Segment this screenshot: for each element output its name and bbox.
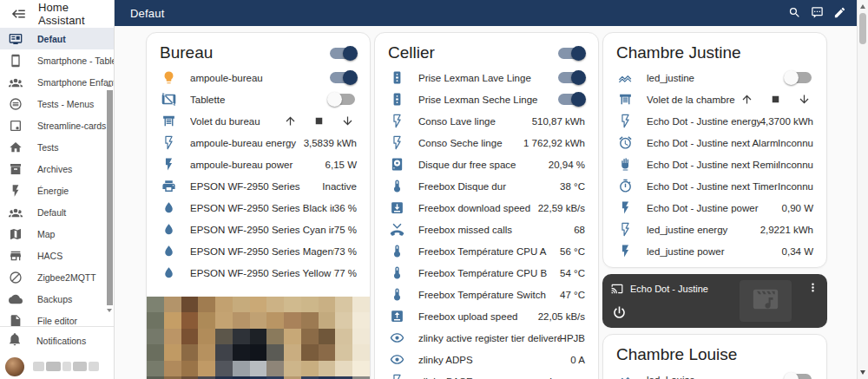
sidebar-item[interactable]: Smartphone Enfants <box>0 71 114 93</box>
entity-row[interactable]: EPSON WF-2950 Series Magenta ink 73 % <box>147 240 370 262</box>
entity-row[interactable]: EPSON WF-2950 Series Inactive <box>147 175 370 197</box>
cover-down-button[interactable] <box>794 90 813 109</box>
toggle-switch[interactable] <box>328 70 357 85</box>
profile-name-redacted <box>33 362 99 371</box>
assist-chat-icon[interactable] <box>810 6 825 21</box>
entity-row[interactable]: Echo Dot - Justine power 0,90 W <box>603 197 826 219</box>
entity-row[interactable]: Freebox Température CPU A 56 °C <box>375 240 598 262</box>
entity-state: 0,34 W <box>782 246 813 257</box>
entity-row[interactable]: ampoule-bureau energy 3,5839 kWh <box>147 132 370 154</box>
sidebar-item[interactable]: Map <box>0 223 114 245</box>
entity-row[interactable]: Freebox Disque dur 38 °C <box>375 175 598 197</box>
toggle-switch[interactable] <box>328 92 357 107</box>
entity-name: Freebox upload speed <box>418 311 538 322</box>
entity-row[interactable]: ampoule-bureau <box>147 67 370 88</box>
toggle-switch[interactable] <box>556 70 585 85</box>
entity-row[interactable]: EPSON WF-2950 Series Black ink 36 % <box>147 197 370 219</box>
sidebar-item[interactable]: Defaut <box>0 28 114 49</box>
sidebar-item[interactable]: File editor <box>0 310 114 326</box>
entity-row[interactable]: Freebox missed calls 68 <box>375 219 598 240</box>
entity-row[interactable]: Echo Dot - Justine next Alarm Inconnu <box>603 132 826 154</box>
sidebar-item[interactable]: Énergie <box>0 180 114 201</box>
scroll-down-arrow[interactable] <box>860 370 865 375</box>
file-icon <box>8 313 23 326</box>
entity-row[interactable]: Volet de la chambre de Justine <box>603 88 826 110</box>
sidebar-scrollbar[interactable] <box>107 90 113 305</box>
entity-row[interactable]: zlinky ADPS 0 A <box>375 349 598 370</box>
entity-row[interactable]: Echo Dot - Justine energy 4,3700 kWh <box>603 110 826 132</box>
dashboard-view: Bureau ampoule-bureau Tablette <box>114 26 858 379</box>
sidebar-item[interactable]: Streamline-cards <box>0 114 114 136</box>
entity-name: led_justine <box>647 73 785 83</box>
cover-down-button[interactable] <box>338 112 357 131</box>
card-toggle[interactable] <box>556 46 585 61</box>
media-player-card[interactable]: Echo Dot - Justine <box>602 274 827 328</box>
sidebar-item[interactable]: Zigbee2MQTT <box>0 266 114 288</box>
entity-row[interactable]: Tablette <box>147 88 370 110</box>
entity-row[interactable]: zlinky BASE Inconnu <box>375 370 598 379</box>
sidebar-menu-icon[interactable] <box>11 6 27 22</box>
scrollbar-thumb[interactable] <box>859 13 866 44</box>
cover-stop-button[interactable] <box>766 90 785 109</box>
entity-row[interactable]: Echo Dot - Justine next Reminder Inconnu <box>603 154 826 175</box>
flash-icon <box>616 199 634 217</box>
entity-row[interactable]: Volet du bureau <box>147 110 370 132</box>
water-icon <box>160 221 177 239</box>
entity-row[interactable]: Freebox Température CPU B 54 °C <box>375 262 598 284</box>
sidebar-item[interactable]: HACS <box>0 245 114 266</box>
entity-row[interactable]: led_justine <box>603 67 826 88</box>
entity-row[interactable]: led_justine power 0,34 W <box>603 240 826 262</box>
flash-outline-icon <box>616 221 634 239</box>
flash-outline-icon <box>388 373 405 379</box>
tablet-off-icon <box>160 91 177 108</box>
media-menu-icon[interactable] <box>805 281 820 297</box>
entity-row[interactable]: led_justine energy 2,9221 kWh <box>603 219 826 240</box>
entity-row[interactable]: Freebox Température Switch 47 °C <box>375 284 598 305</box>
sidebar-item[interactable]: Default <box>0 201 114 223</box>
camera-image[interactable] <box>147 297 370 379</box>
media-power-button[interactable] <box>610 304 628 322</box>
entity-name: led_justine power <box>647 246 782 257</box>
sidebar-scroll-up-arrow[interactable] <box>107 83 112 87</box>
cover-up-button[interactable] <box>737 90 756 109</box>
entity-row[interactable]: Conso Seche linge 1 762,92 kWh <box>375 132 598 154</box>
sidebar-scroll-down-arrow[interactable] <box>107 309 112 312</box>
sidebar-item-notifications[interactable]: Notifications <box>0 327 114 354</box>
entity-name: Echo Dot - Justine next Timer <box>647 181 778 192</box>
sidebar-profile[interactable] <box>0 354 114 379</box>
entity-row[interactable]: Prise Lexman Seche Linge <box>375 88 598 110</box>
entity-name: led_Louise <box>647 375 785 379</box>
entity-row[interactable]: ampoule-bureau power 6,15 W <box>147 154 370 175</box>
toggle-switch[interactable] <box>556 92 585 107</box>
entity-row[interactable]: led_Louise <box>603 369 826 379</box>
sidebar-item[interactable]: Tests <box>0 136 114 158</box>
edit-dashboard-icon[interactable] <box>832 6 847 21</box>
entity-row[interactable]: Disque dur free space 20,94 % <box>375 154 598 175</box>
search-icon[interactable] <box>787 6 802 21</box>
entity-name: EPSON WF-2950 Series Cyan ink <box>190 225 334 235</box>
entity-row[interactable]: Echo Dot - Justine next Timer Inconnu <box>603 175 826 197</box>
entity-row[interactable]: Conso Lave linge 510,87 kWh <box>375 110 598 132</box>
sidebar-item[interactable]: Backups <box>0 288 114 310</box>
entity-row[interactable]: EPSON WF-2950 Series Yellow ink 77 % <box>147 262 370 284</box>
alarm-icon <box>616 134 634 152</box>
tab-defaut[interactable]: Defaut <box>130 7 165 20</box>
sidebar-item[interactable]: Smartphone - Tablette <box>0 49 114 71</box>
toggle-switch[interactable] <box>785 372 813 379</box>
main-scrollbar[interactable] <box>857 0 868 379</box>
entity-row[interactable]: Freebox download speed 22,59 kB/s <box>375 197 598 219</box>
entity-row[interactable]: Prise Lexman Lave Linge <box>375 67 598 88</box>
cellphone-icon <box>8 53 23 68</box>
entity-row[interactable]: Freebox upload speed 22,05 kB/s <box>375 305 598 327</box>
entity-row[interactable]: EPSON WF-2950 Series Cyan ink 75 % <box>147 219 370 240</box>
scroll-up-arrow[interactable] <box>860 4 865 9</box>
entity-name: Echo Dot - Justine power <box>647 203 782 213</box>
power-socket-icon <box>388 69 405 87</box>
cover-stop-button[interactable] <box>309 112 328 131</box>
cover-up-button[interactable] <box>280 112 299 131</box>
card-toggle[interactable] <box>328 46 357 61</box>
sidebar-item[interactable]: Tests - Menus <box>0 93 114 114</box>
toggle-switch[interactable] <box>785 70 813 85</box>
sidebar-item[interactable]: Archives <box>0 158 114 180</box>
entity-row[interactable]: zlinky active register tier delivered HP… <box>375 327 598 349</box>
